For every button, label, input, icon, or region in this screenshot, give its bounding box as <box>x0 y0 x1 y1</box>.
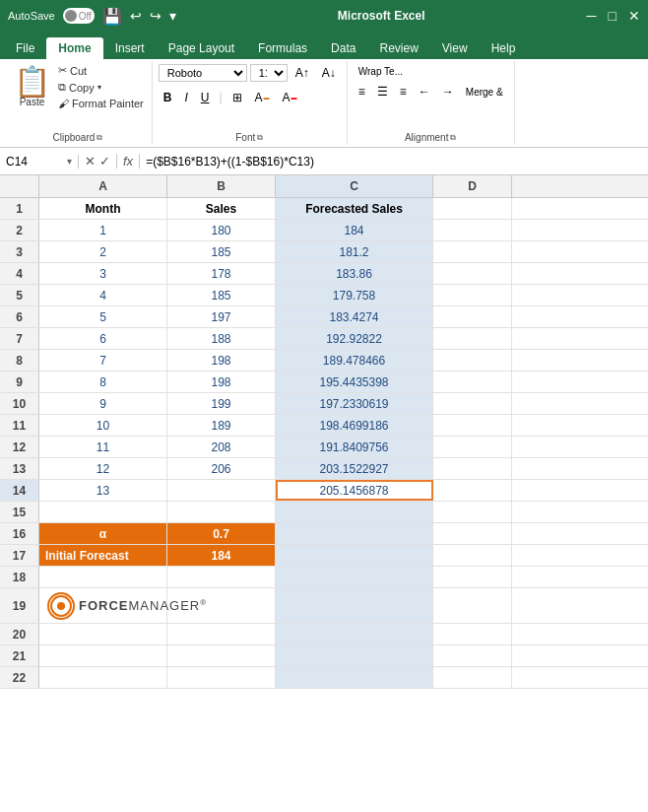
cell-a22[interactable] <box>39 667 167 688</box>
cell-a2[interactable]: 1 <box>39 220 167 240</box>
cell-a7[interactable]: 6 <box>39 328 167 349</box>
cell-b3[interactable]: 185 <box>167 241 276 262</box>
cell-a1[interactable]: Month <box>39 198 167 219</box>
cell-a18[interactable] <box>39 567 167 587</box>
cell-c1[interactable]: Forecasted Sales <box>276 198 433 219</box>
cell-d5[interactable] <box>433 285 512 305</box>
cell-c20[interactable] <box>276 624 433 644</box>
row-num[interactable]: 22 <box>0 667 39 688</box>
cell-a8[interactable]: 7 <box>39 350 167 371</box>
tab-home[interactable]: Home <box>46 37 102 59</box>
cell-d14[interactable] <box>433 480 512 501</box>
cell-d12[interactable] <box>433 437 512 457</box>
tab-review[interactable]: Review <box>367 37 429 59</box>
copy-button[interactable]: ⧉ Copy ▾ <box>56 80 146 95</box>
save-icon[interactable]: 💾 <box>102 7 122 26</box>
cell-a6[interactable]: 5 <box>39 306 167 327</box>
cell-c21[interactable] <box>276 645 433 666</box>
cell-a17[interactable]: Initial Forecast <box>39 545 167 566</box>
font-color-button[interactable]: A▬ <box>278 88 302 107</box>
col-header-a[interactable]: A <box>39 175 167 197</box>
row-num[interactable]: 20 <box>0 624 39 644</box>
tab-help[interactable]: Help <box>480 37 528 59</box>
cell-d4[interactable] <box>433 263 512 284</box>
merge-button[interactable]: Merge & <box>461 84 508 101</box>
italic-button[interactable]: I <box>179 88 192 107</box>
cell-b13[interactable]: 206 <box>167 458 276 479</box>
cell-d11[interactable] <box>433 415 512 436</box>
redo-icon[interactable]: ↪ <box>150 8 162 24</box>
close-icon[interactable]: ✕ <box>628 8 640 24</box>
cell-d17[interactable] <box>433 545 512 566</box>
decrease-font-button[interactable]: A↓ <box>317 63 341 83</box>
cell-a11[interactable]: 10 <box>39 415 167 436</box>
underline-button[interactable]: U <box>196 88 215 107</box>
cell-b22[interactable] <box>167 667 276 688</box>
cell-a20[interactable] <box>39 624 167 644</box>
cell-a5[interactable]: 4 <box>39 285 167 305</box>
cell-c9[interactable]: 195.4435398 <box>276 372 433 392</box>
row-num[interactable]: 15 <box>0 502 39 522</box>
cell-c4[interactable]: 183.86 <box>276 263 433 284</box>
row-num[interactable]: 1 <box>0 198 39 219</box>
cell-b10[interactable]: 199 <box>167 393 276 414</box>
cell-d6[interactable] <box>433 306 512 327</box>
clipboard-expand-icon[interactable]: ⧉ <box>97 133 102 143</box>
cancel-formula-icon[interactable]: ✕ <box>85 154 96 169</box>
cell-a12[interactable]: 11 <box>39 437 167 457</box>
cell-c15[interactable] <box>276 502 433 522</box>
row-num[interactable]: 16 <box>0 523 39 544</box>
cell-b12[interactable]: 208 <box>167 437 276 457</box>
cell-c6[interactable]: 183.4274 <box>276 306 433 327</box>
border-button[interactable]: ⊞ <box>227 88 247 107</box>
cell-d20[interactable] <box>433 624 512 644</box>
cell-b1[interactable]: Sales <box>167 198 276 219</box>
cell-a14[interactable]: 13 <box>39 480 167 501</box>
cell-d15[interactable] <box>433 502 512 522</box>
row-num[interactable]: 5 <box>0 285 39 305</box>
bold-button[interactable]: B <box>159 88 177 107</box>
row-num[interactable]: 19 <box>0 588 39 623</box>
tab-page-layout[interactable]: Page Layout <box>157 37 246 59</box>
cell-d18[interactable] <box>433 567 512 587</box>
undo-icon[interactable]: ↩ <box>130 8 142 24</box>
cell-c19[interactable] <box>276 588 433 623</box>
cell-c22[interactable] <box>276 667 433 688</box>
cell-b9[interactable]: 198 <box>167 372 276 392</box>
row-num[interactable]: 9 <box>0 372 39 392</box>
row-num[interactable]: 12 <box>0 437 39 457</box>
row-num[interactable]: 4 <box>0 263 39 284</box>
indent-increase-button[interactable]: → <box>437 82 459 102</box>
cell-a15[interactable] <box>39 502 167 522</box>
cell-d7[interactable] <box>433 328 512 349</box>
indent-decrease-button[interactable]: ← <box>414 82 435 102</box>
cell-a10[interactable]: 9 <box>39 393 167 414</box>
cell-c14[interactable]: 205.1456878 <box>276 480 433 501</box>
cell-a9[interactable]: 8 <box>39 372 167 392</box>
confirm-formula-icon[interactable]: ✓ <box>99 154 110 169</box>
cell-b21[interactable] <box>167 645 276 666</box>
font-family-select[interactable]: Roboto <box>159 64 247 82</box>
cut-button[interactable]: ✂ Cut <box>56 63 146 78</box>
autosave-toggle[interactable]: Off <box>63 8 95 24</box>
cell-a21[interactable] <box>39 645 167 666</box>
tab-data[interactable]: Data <box>319 37 367 59</box>
increase-font-button[interactable]: A↑ <box>291 63 314 83</box>
formula-input[interactable]: =($B$16*B13)+((1-$B$16)*C13) <box>140 155 648 169</box>
maximize-icon[interactable]: □ <box>609 8 616 24</box>
cell-b18[interactable] <box>167 567 276 587</box>
row-num[interactable]: 21 <box>0 645 39 666</box>
row-num[interactable]: 13 <box>0 458 39 479</box>
cell-b6[interactable]: 197 <box>167 306 276 327</box>
cell-c2[interactable]: 184 <box>276 220 433 240</box>
cell-b11[interactable]: 189 <box>167 415 276 436</box>
cell-c7[interactable]: 192.92822 <box>276 328 433 349</box>
cell-a4[interactable]: 3 <box>39 263 167 284</box>
cell-b20[interactable] <box>167 624 276 644</box>
tab-insert[interactable]: Insert <box>103 37 157 59</box>
col-header-c[interactable]: C <box>276 175 433 197</box>
cell-b15[interactable] <box>167 502 276 522</box>
row-num[interactable]: 2 <box>0 220 39 240</box>
format-painter-button[interactable]: 🖌 Format Painter <box>56 97 146 110</box>
select-all-corner[interactable] <box>0 175 39 197</box>
